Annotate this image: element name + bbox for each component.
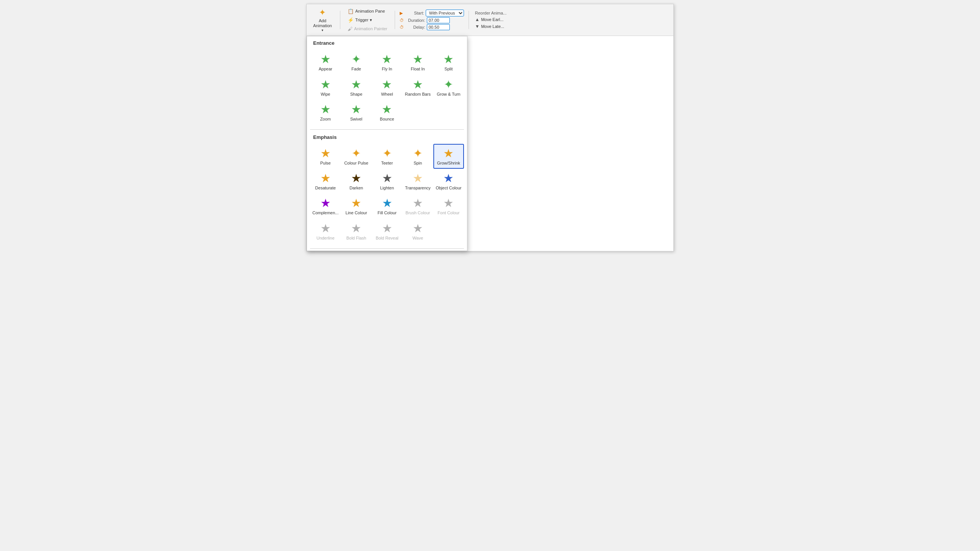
toolbar-row-3: 🖌 Animation Painter: [345, 25, 390, 33]
toolbar-group-animation: 📋 Animation Pane ⚡ Trigger ▾ 🖌 Animation…: [345, 7, 390, 33]
complementary-icon: ★: [320, 197, 331, 209]
anim-desaturate[interactable]: ★ Desaturate: [310, 169, 341, 194]
toolbar-divider-3: [469, 11, 469, 29]
duration-icon: ⏱: [400, 18, 404, 23]
random-bars-icon: ★: [413, 79, 423, 90]
anim-line-colour[interactable]: ★ Line Colour: [341, 194, 371, 218]
animation-painter-label: Animation Painter: [354, 26, 387, 31]
add-animation-icon: ✦: [319, 8, 326, 18]
bold-flash-icon: ★: [351, 223, 361, 234]
anim-swivel[interactable]: ★ Swivel: [341, 100, 371, 125]
line-colour-icon: ★: [351, 197, 361, 209]
panel-wrapper: Entrance ★ Appear ✦ Fade ★ Fly: [307, 36, 673, 251]
anim-transparency[interactable]: ★ Transparency: [402, 169, 433, 194]
animation-pane-button[interactable]: 📋 Animation Pane: [345, 7, 388, 15]
divider-1: [310, 129, 464, 130]
swivel-label: Swivel: [350, 117, 363, 122]
anim-colour-pulse[interactable]: ✦ Colour Pulse: [341, 144, 371, 169]
app-container: ✦ Add Animation ▾ 📋 Animation Pane ⚡ Tri…: [306, 4, 674, 251]
anim-random-bars[interactable]: ★ Random Bars: [402, 75, 433, 100]
toolbar-divider-1: [340, 11, 340, 29]
delay-label: Delay:: [405, 25, 425, 29]
spin-label: Spin: [413, 161, 422, 166]
anim-wipe[interactable]: ★ Wipe: [310, 75, 341, 100]
underline-icon: ★: [320, 223, 331, 234]
wave-icon: ★: [413, 223, 423, 234]
animation-pane-icon: 📋: [348, 8, 354, 14]
trigger-label: Trigger: [355, 18, 368, 22]
fade-in-icon: ✦: [351, 54, 361, 65]
anim-underline[interactable]: ★ Underline: [310, 219, 341, 244]
anim-darken[interactable]: ★ Darken: [341, 169, 371, 194]
delay-input[interactable]: [427, 24, 450, 30]
move-later-button[interactable]: ▼ Move Late...: [474, 23, 508, 29]
anim-fill-colour[interactable]: ★ Fill Colour: [372, 194, 402, 218]
anim-fly-in[interactable]: ★ Fly In: [372, 50, 402, 75]
move-later-icon: ▼: [475, 24, 480, 29]
anim-grow-shrink[interactable]: ★ Grow/Shrink: [433, 144, 464, 169]
anim-object-colour[interactable]: ★ Object Colour: [433, 169, 464, 194]
fill-colour-label: Fill Colour: [377, 210, 397, 215]
reorder-label: Reorder Anima...: [474, 10, 508, 16]
anim-fade-in[interactable]: ✦ Fade: [341, 50, 371, 75]
anim-grow-turn[interactable]: ✦ Grow & Turn: [433, 75, 464, 100]
delay-icon: ⏱: [400, 25, 404, 29]
anim-brush-colour[interactable]: ★ Brush Colour: [402, 194, 433, 218]
zoom-label: Zoom: [320, 117, 331, 122]
exit-header: Exit: [307, 249, 467, 251]
anim-shape[interactable]: ★ Shape: [341, 75, 371, 100]
shape-label: Shape: [350, 92, 363, 97]
anim-split-in[interactable]: ★ Split: [433, 50, 464, 75]
entrance-grid: ★ Appear ✦ Fade ★ Fly In ★: [307, 48, 467, 129]
wipe-icon: ★: [320, 79, 331, 90]
random-bars-label: Random Bars: [405, 92, 431, 97]
anim-zoom[interactable]: ★ Zoom: [310, 100, 341, 125]
start-row: ▶ Start: With Previous After Previous On…: [400, 10, 464, 16]
pulse-label: Pulse: [320, 161, 331, 166]
duration-input[interactable]: [427, 17, 450, 23]
anim-spin[interactable]: ✦ Spin: [402, 144, 433, 169]
toolbar-row-2: ⚡ Trigger ▾: [345, 16, 390, 24]
add-animation-label: Add Animation: [313, 18, 332, 28]
split-in-label: Split: [444, 67, 452, 72]
anim-font-colour[interactable]: ★ Font Colour: [433, 194, 464, 218]
appear-icon: ★: [320, 54, 331, 65]
scroll-area[interactable]: Entrance ★ Appear ✦ Fade ★ Fly: [307, 36, 467, 251]
emphasis-header: Emphasis: [307, 130, 467, 142]
anim-float-in[interactable]: ★ Float In: [402, 50, 433, 75]
anim-lighten[interactable]: ★ Lighten: [372, 169, 402, 194]
trigger-caret: ▾: [370, 18, 372, 23]
anim-wheel[interactable]: ★ Wheel: [372, 75, 402, 100]
float-in-label: Float In: [411, 67, 425, 72]
toolbar-divider-2: [395, 11, 395, 29]
start-icon: ▶: [400, 11, 403, 16]
object-colour-icon: ★: [443, 173, 454, 184]
add-animation-caret: ▾: [322, 28, 323, 32]
delay-row: ⏱ Delay:: [400, 24, 464, 30]
font-colour-label: Font Colour: [438, 210, 459, 215]
animation-painter-button[interactable]: 🖌 Animation Painter: [345, 25, 390, 33]
fill-colour-icon: ★: [382, 197, 392, 209]
add-animation-button[interactable]: ✦ Add Animation ▾: [310, 6, 335, 34]
wave-label: Wave: [413, 236, 423, 241]
move-earlier-button[interactable]: ▲ Move Earl...: [474, 16, 508, 23]
pulse-icon: ★: [320, 148, 331, 159]
move-earlier-label: Move Earl...: [481, 17, 504, 22]
anim-appear[interactable]: ★ Appear: [310, 50, 341, 75]
move-later-label: Move Late...: [481, 24, 505, 29]
toolbar-row-1: 📋 Animation Pane: [345, 7, 390, 15]
anim-pulse[interactable]: ★ Pulse: [310, 144, 341, 169]
start-select[interactable]: With Previous After Previous On Click: [426, 10, 464, 16]
anim-teeter[interactable]: ✦ Teeter: [372, 144, 402, 169]
toolbar-group-timing: ▶ Start: With Previous After Previous On…: [400, 10, 464, 30]
anim-bold-reveal[interactable]: ★ Bold Reveal: [372, 219, 402, 244]
trigger-button[interactable]: ⚡ Trigger ▾: [345, 16, 375, 24]
spin-icon: ✦: [413, 148, 423, 159]
bold-flash-label: Bold Flash: [346, 236, 366, 241]
anim-complementary[interactable]: ★ Complemen...: [310, 194, 341, 218]
teeter-label: Teeter: [381, 161, 393, 166]
bounce-label: Bounce: [380, 117, 394, 122]
anim-bounce[interactable]: ★ Bounce: [372, 100, 402, 125]
anim-wave[interactable]: ★ Wave: [402, 219, 433, 244]
anim-bold-flash[interactable]: ★ Bold Flash: [341, 219, 371, 244]
